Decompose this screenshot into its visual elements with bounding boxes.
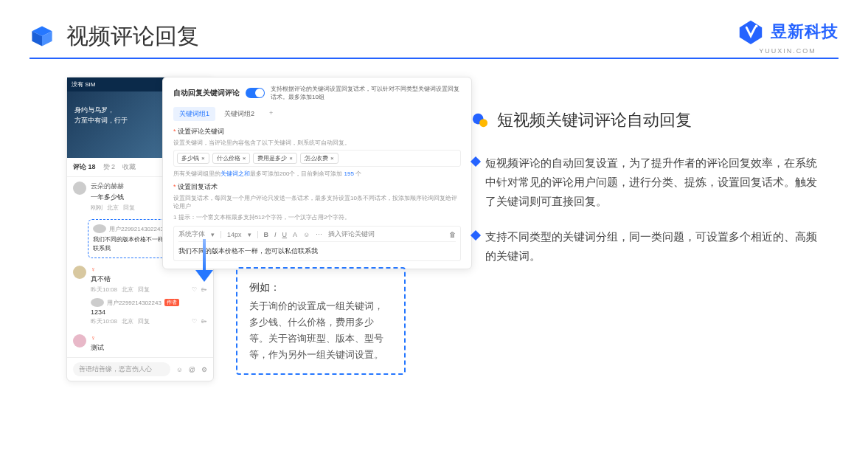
insert-keyword-button[interactable]: 插入评论关键词 (328, 229, 375, 239)
close-icon[interactable]: × (201, 155, 205, 162)
svg-point-6 (479, 119, 487, 127)
status-left: 没有 SIM (72, 80, 95, 89)
reply-link[interactable]: 回复 (123, 204, 135, 212)
close-icon[interactable]: × (243, 155, 246, 162)
logo-text: 昱新科技 (771, 21, 839, 43)
avatar (73, 334, 86, 348)
share-icon[interactable]: ⌲ (201, 318, 207, 325)
heart-icon[interactable]: ♡ (192, 318, 197, 325)
keyword-group-tab-2[interactable]: 关键词组2 (218, 107, 260, 121)
tab-comments[interactable]: 评论 18 (73, 162, 96, 172)
add-group-button[interactable]: + (263, 107, 279, 121)
page-title: 视频评论回复 (66, 21, 199, 52)
svg-point-4 (755, 25, 758, 28)
avatar (93, 224, 106, 233)
logo-icon (737, 18, 765, 46)
tab-favs[interactable]: 收藏 (122, 162, 136, 172)
close-icon[interactable]: × (289, 155, 293, 162)
close-icon[interactable]: × (330, 155, 334, 162)
arrow-icon (195, 239, 213, 283)
gift-icon[interactable]: ⚙ (201, 366, 207, 373)
bold-button[interactable]: B (264, 231, 269, 238)
example-callout: 例如： 关于询价的设置成一组关键词，多少钱、什么价格，费用多少等。关于咨询班型、… (236, 267, 406, 375)
panel-switch-desc: 支持根据评论的关键词设置回复话术，可以针对不同类型关键词设置回复话术。最多添加1… (271, 85, 461, 101)
keyword-group-tab-1[interactable]: 关键词组1 (173, 107, 215, 121)
cube-icon (29, 24, 55, 49)
diamond-icon (471, 230, 481, 241)
panel-switch-label: 自动回复关键词评论 (173, 88, 240, 98)
section-title: 短视频关键词评论自动回复 (497, 109, 692, 131)
bullet-item: 短视频评论的自动回复设置，为了提升作者的评论回复效率，在系统中针对常见的评论用户… (472, 153, 824, 211)
comment-input[interactable]: 善语结善缘，恶言伤人心 (73, 362, 170, 376)
diamond-icon (471, 156, 481, 167)
heart-icon[interactable]: ♡ (192, 286, 197, 293)
italic-button[interactable]: I (274, 231, 277, 238)
chat-bubble-icon (472, 112, 488, 128)
bullet-item: 支持不同类型的关键词分组，同一类问题，可设置多个相近的、高频的关键词。 (472, 227, 824, 266)
section-reply-title: 设置回复话术 (173, 182, 461, 192)
section-keywords-title: 设置评论关键词 (173, 127, 461, 136)
keyword-tags[interactable]: 多少钱× 什么价格× 费用是多少× 怎么收费× (173, 150, 461, 167)
font-select[interactable]: 系统字体 (178, 229, 205, 239)
brand-logo: 昱新科技 YUUXIN.COM (737, 18, 839, 55)
delete-button[interactable]: 🗑 (449, 231, 456, 238)
avatar (73, 266, 86, 279)
reply-editor[interactable]: 系统字体▾ 14px▾ B I U A ☺ ⋯ 插入评论关键词 🗑 我们不同的版… (173, 226, 461, 261)
tab-likes[interactable]: 赞 2 (103, 162, 116, 172)
avatar (73, 182, 86, 195)
editor-content[interactable]: 我们不同的版本价格不一样，您可以私信联系我 (178, 245, 456, 258)
header-divider (29, 58, 839, 59)
more-button[interactable]: ⋯ (316, 231, 322, 238)
underline-button[interactable]: U (282, 231, 288, 238)
avatar (91, 298, 104, 307)
svg-marker-3 (740, 21, 762, 44)
emoji-icon[interactable]: ☺ (176, 366, 183, 373)
size-select[interactable]: 14px (227, 231, 242, 238)
at-icon[interactable]: @ (189, 366, 195, 373)
emoji-button[interactable]: ☺ (303, 231, 310, 238)
share-icon[interactable]: ⌲ (201, 286, 207, 293)
color-button[interactable]: A (293, 231, 297, 238)
auto-reply-toggle[interactable] (246, 88, 265, 98)
logo-subtext: YUUXIN.COM (759, 47, 816, 55)
